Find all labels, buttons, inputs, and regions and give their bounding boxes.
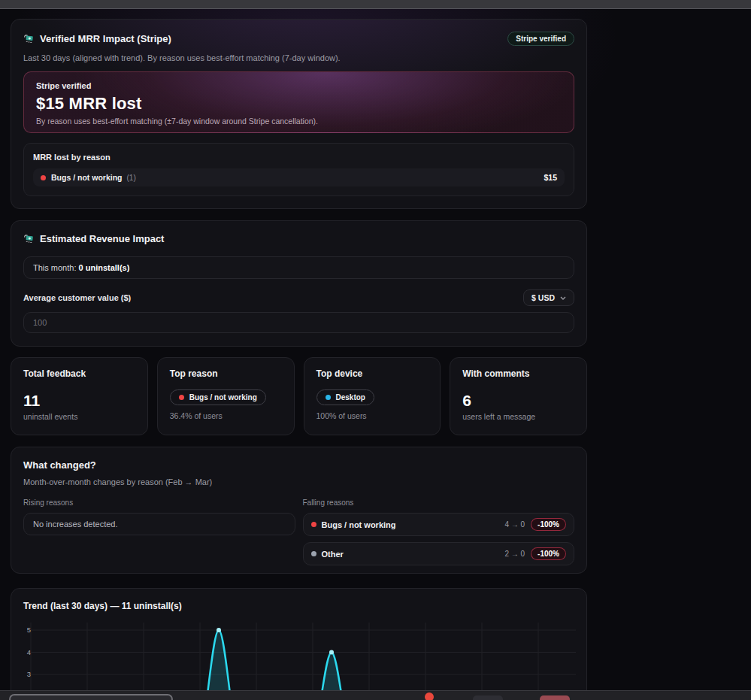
rising-reasons-label: Rising reasons xyxy=(23,498,295,507)
falling-change: 2 → 0 xyxy=(504,550,525,558)
bottom-toolbar xyxy=(0,690,751,700)
reason-label: Bugs / not working xyxy=(51,173,123,182)
stat-value: 11 xyxy=(23,392,135,408)
bottom-danger-button[interactable] xyxy=(540,695,570,700)
stat-value: 6 xyxy=(462,392,574,408)
pill-label: Desktop xyxy=(336,393,365,402)
chevron-down-icon xyxy=(560,296,566,300)
stat-card-with-comments: With comments 6 users left a message xyxy=(450,357,587,435)
currency-select[interactable]: $ USD xyxy=(523,289,574,306)
falling-reasons-column: Falling reasons Bugs / not working 4 → 0… xyxy=(303,498,575,565)
top-reason-pill: Bugs / not working xyxy=(170,389,266,405)
revenue-title-row: Estimated Revenue Impact xyxy=(23,233,574,244)
mrr-by-reason-title: MRR lost by reason xyxy=(33,153,565,162)
money-with-wings-icon xyxy=(23,34,35,44)
pill-label: Bugs / not working xyxy=(189,393,257,402)
reason-dot xyxy=(179,395,184,400)
what-changed-card: What changed? Month-over-month changes b… xyxy=(11,447,587,574)
this-month-value: 0 uninstall(s) xyxy=(79,263,130,272)
trend-chart xyxy=(31,623,576,700)
stat-title: With comments xyxy=(462,368,574,379)
verified-mrr-title: Verified MRR Impact (Stripe) xyxy=(40,33,171,44)
estimated-revenue-card: Estimated Revenue Impact This month: 0 u… xyxy=(11,220,587,347)
y-axis-tick: 4 xyxy=(17,648,31,656)
reason-amount: $15 xyxy=(544,173,557,182)
dashboard: Verified MRR Impact (Stripe) Stripe veri… xyxy=(11,19,587,700)
device-dot xyxy=(326,395,331,400)
stat-title: Top device xyxy=(316,368,428,379)
verified-mrr-card: Verified MRR Impact (Stripe) Stripe veri… xyxy=(11,19,587,209)
stats-row: Total feedback 11 uninstall events Top r… xyxy=(11,357,587,435)
verified-mrr-subtitle: Last 30 days (aligned with trend). By re… xyxy=(23,53,574,62)
money-with-wings-icon xyxy=(23,234,35,244)
stat-title: Top reason xyxy=(170,368,282,379)
bottom-secondary-button[interactable] xyxy=(473,695,503,700)
revenue-title: Estimated Revenue Impact xyxy=(40,233,164,244)
falling-label: Other xyxy=(322,550,344,559)
stat-caption: 100% of users xyxy=(316,411,428,420)
top-device-pill: Desktop xyxy=(316,389,374,405)
hero-label: Stripe verified xyxy=(36,81,562,90)
falling-label: Bugs / not working xyxy=(322,520,396,529)
reason-dot xyxy=(41,175,46,180)
stat-caption: uninstall events xyxy=(23,412,135,421)
falling-pct-badge: -100% xyxy=(531,518,566,531)
this-month-prefix: This month: xyxy=(33,263,76,272)
mrr-by-reason-panel: MRR lost by reason Bugs / not working (1… xyxy=(23,143,574,196)
reason-row: Bugs / not working (1) $15 xyxy=(33,168,565,186)
falling-pct-badge: -100% xyxy=(531,547,566,560)
stat-card-total-feedback: Total feedback 11 uninstall events xyxy=(11,357,148,435)
window-top-bar xyxy=(0,0,751,9)
falling-change: 4 → 0 xyxy=(504,520,525,529)
verified-mrr-title-row: Verified MRR Impact (Stripe) xyxy=(23,33,171,44)
stat-card-top-device: Top device Desktop 100% of users xyxy=(304,357,441,435)
stripe-verified-badge: Stripe verified xyxy=(507,32,574,46)
currency-value: $ USD xyxy=(531,293,555,302)
hero-note: By reason uses best-effort matching (±7-… xyxy=(36,117,562,126)
notification-dot xyxy=(425,692,434,700)
bottom-toolbar-pill[interactable] xyxy=(9,694,173,700)
trend-title: Trend (last 30 days) — 11 uninstall(s) xyxy=(23,601,574,611)
stat-title: Total feedback xyxy=(23,368,135,379)
hero-headline: $15 MRR lost xyxy=(36,94,562,114)
this-month-box: This month: 0 uninstall(s) xyxy=(23,256,574,279)
reason-count: (1) xyxy=(127,174,136,182)
mrr-lost-hero: Stripe verified $15 MRR lost By reason u… xyxy=(23,71,574,133)
what-changed-title: What changed? xyxy=(23,459,574,471)
avg-value-label: Average customer value ($) xyxy=(23,293,131,302)
what-changed-subtitle: Month-over-month changes by reason (Feb … xyxy=(23,477,574,486)
rising-reasons-column: Rising reasons No increases detected. xyxy=(23,498,295,565)
falling-reasons-label: Falling reasons xyxy=(303,498,575,507)
falling-row: Other 2 → 0 -100% xyxy=(303,542,575,565)
falling-row: Bugs / not working 4 → 0 -100% xyxy=(303,513,575,536)
stat-caption: users left a message xyxy=(462,412,574,421)
y-axis-tick: 3 xyxy=(17,670,31,678)
reason-dot xyxy=(311,522,316,527)
stat-caption: 36.4% of users xyxy=(170,411,282,420)
y-axis-tick: 5 xyxy=(17,626,31,634)
stat-card-top-reason: Top reason Bugs / not working 36.4% of u… xyxy=(157,357,295,435)
rising-empty-box: No increases detected. xyxy=(23,513,295,535)
avg-value-input[interactable] xyxy=(23,312,574,333)
reason-dot xyxy=(311,551,316,556)
trend-card: Trend (last 30 days) — 11 uninstall(s) 5… xyxy=(11,588,587,700)
